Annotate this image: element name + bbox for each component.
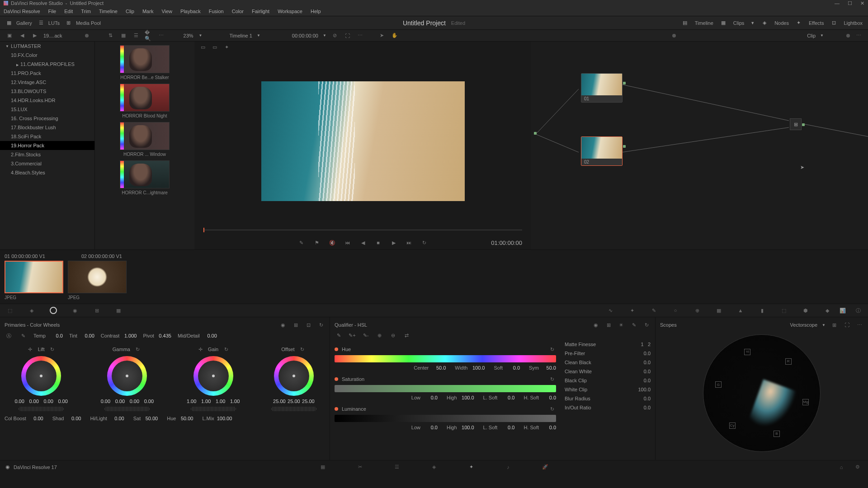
rgb-mixer-icon[interactable]: ⊞ [92, 306, 101, 315]
lut-item[interactable]: HORROR C...ightmare [99, 160, 191, 195]
settings-icon[interactable]: ⚙ [853, 462, 863, 472]
fusion-page-icon[interactable]: ◈ [429, 462, 439, 472]
lift-master[interactable] [19, 407, 64, 411]
color-page-icon[interactable]: ✦ [466, 462, 476, 472]
chevron-down-icon[interactable]: ▼ [257, 33, 260, 38]
offset-master[interactable] [271, 407, 316, 411]
menu-color[interactable]: Color [232, 9, 244, 14]
reset-icon[interactable]: ↻ [317, 321, 325, 329]
keyframe-icon[interactable]: ◆ [823, 306, 832, 315]
timeline-selector[interactable]: Timeline 1 [230, 33, 252, 38]
effects-icon[interactable]: ✦ [795, 20, 802, 26]
wheels-icon[interactable] [49, 306, 58, 315]
more-icon[interactable]: ⋯ [854, 32, 863, 40]
pivot-value[interactable]: 0.435 [157, 333, 171, 338]
lightbox-icon[interactable]: ⊡ [830, 20, 837, 26]
picker-icon[interactable]: ✎ [19, 332, 27, 340]
gallery-button[interactable]: Gallery [16, 20, 32, 26]
fairlight-page-icon[interactable]: ♪ [503, 462, 513, 472]
luts-button[interactable]: LUTs [48, 20, 60, 26]
hue-toggle[interactable] [335, 347, 338, 351]
breadcrumb[interactable]: 19....ack [43, 33, 62, 38]
layer-mixer[interactable]: ⊞ [790, 118, 802, 130]
timeline-icon[interactable]: ▤ [681, 20, 689, 26]
timecode[interactable]: 00:00:00:00 [292, 33, 318, 38]
sizing-icon[interactable]: ⬚ [779, 306, 788, 315]
reset-icon[interactable]: ↻ [548, 375, 556, 383]
menu-mark[interactable]: Mark [142, 9, 153, 14]
viewer-mode1-icon[interactable]: ▭ [199, 43, 207, 51]
chevron-down-icon[interactable]: ▼ [750, 21, 755, 25]
minimize-icon[interactable]: — [835, 0, 840, 6]
menu-file[interactable]: File [48, 9, 57, 14]
menu-edit[interactable]: Edit [64, 9, 73, 14]
panel-icon[interactable]: ▣ [5, 32, 14, 40]
lut-item[interactable]: HORROR Blood Night [99, 84, 191, 118]
nav-back-icon[interactable]: ◀ [18, 32, 26, 40]
mediapool-button[interactable]: Media Pool [76, 20, 101, 26]
graph-input-icon[interactable] [534, 132, 537, 135]
chevron-down-icon[interactable]: ▼ [820, 33, 824, 38]
effects-button[interactable]: Effects [809, 20, 824, 26]
tree-item[interactable]: 3.Commercial [0, 159, 94, 168]
scrub-bar[interactable] [194, 230, 531, 236]
nodes-button[interactable]: Nodes [774, 20, 789, 26]
wheels-mode-icon[interactable]: ◉ [279, 321, 287, 329]
mediapool-icon[interactable]: ⊞ [65, 20, 72, 26]
reset-icon[interactable]: ↻ [134, 345, 142, 353]
tree-item[interactable]: 12.Vintage.ASC [0, 78, 94, 87]
tree-item[interactable]: 16. Cross Processing [0, 114, 94, 123]
luts-icon[interactable]: ☰ [38, 20, 45, 26]
menu-fairlight[interactable]: Fairlight [252, 9, 269, 14]
info-icon[interactable]: ⓘ [854, 306, 863, 315]
bars-mode-icon[interactable]: ⊞ [292, 321, 300, 329]
viewer-mode2-icon[interactable]: ▭ [211, 43, 219, 51]
qualifier-icon[interactable]: ◈ [27, 306, 36, 315]
more-icon[interactable]: ⋯ [356, 32, 364, 40]
temp-value[interactable]: 0.0 [48, 333, 63, 338]
wand-icon[interactable]: ✦ [222, 43, 231, 51]
tree-item[interactable]: 10.FX.Color [0, 51, 94, 60]
reset-icon[interactable]: ↻ [548, 405, 556, 413]
lut-item[interactable]: HORROR ... Window [99, 122, 191, 157]
tree-item-active[interactable]: 19.Horror Pack [0, 141, 94, 150]
clips-button[interactable]: Clips [733, 20, 744, 26]
sat-bar[interactable] [335, 385, 556, 392]
search-icon[interactable]: �🔍 [145, 32, 153, 40]
nav-fwd-icon[interactable]: ▶ [31, 32, 39, 40]
window-icon[interactable]: ○ [671, 306, 680, 315]
lum-mode-icon[interactable]: ☀ [617, 321, 625, 329]
expand-icon[interactable]: ⛶ [344, 32, 352, 40]
gain-wheel[interactable] [193, 356, 233, 396]
picker-icon[interactable]: ✛ [26, 345, 34, 353]
middetail-value[interactable]: 0.00 [203, 333, 217, 338]
clip-thumb-2[interactable]: JPEG [68, 261, 127, 300]
maximize-icon[interactable]: ☐ [848, 0, 852, 6]
timeline-button[interactable]: Timeline [695, 20, 713, 26]
nodes-icon[interactable]: ◈ [761, 20, 768, 26]
play-icon[interactable]: ▶ [390, 239, 398, 247]
gallery-icon[interactable]: ▦ [5, 20, 13, 26]
hsl-mode-icon[interactable]: ◉ [592, 321, 600, 329]
offset-wheel[interactable] [274, 356, 314, 396]
last-frame-icon[interactable]: ⏭ [405, 239, 413, 247]
auto-icon[interactable]: Ⓐ [5, 332, 13, 340]
tree-item[interactable]: 14.HDR.Looks.HDR [0, 96, 94, 105]
lut-item[interactable]: HORROR Be...e Stalker [99, 45, 191, 80]
close-icon[interactable]: ✕ [860, 0, 864, 6]
invert-icon[interactable]: ⇄ [402, 331, 410, 339]
reset-icon[interactable]: ↻ [222, 345, 230, 353]
tree-item[interactable]: 4.Bleach.Styles [0, 168, 94, 177]
magic-icon[interactable]: ▦ [714, 306, 723, 315]
cut-page-icon[interactable]: ✂ [355, 462, 365, 472]
sat-toggle[interactable] [335, 377, 338, 381]
blur-icon[interactable]: ▲ [736, 306, 745, 315]
home-icon[interactable]: ⌂ [836, 462, 846, 472]
hue-bar[interactable] [335, 355, 556, 362]
gamma-wheel[interactable] [107, 356, 147, 396]
key-icon[interactable]: ▮ [758, 306, 767, 315]
flag-icon[interactable]: ⚑ [313, 239, 321, 247]
menu-clip[interactable]: Clip [126, 9, 134, 14]
reset-icon[interactable]: ↻ [48, 345, 56, 353]
bypass-icon[interactable]: ⊘ [331, 32, 339, 40]
